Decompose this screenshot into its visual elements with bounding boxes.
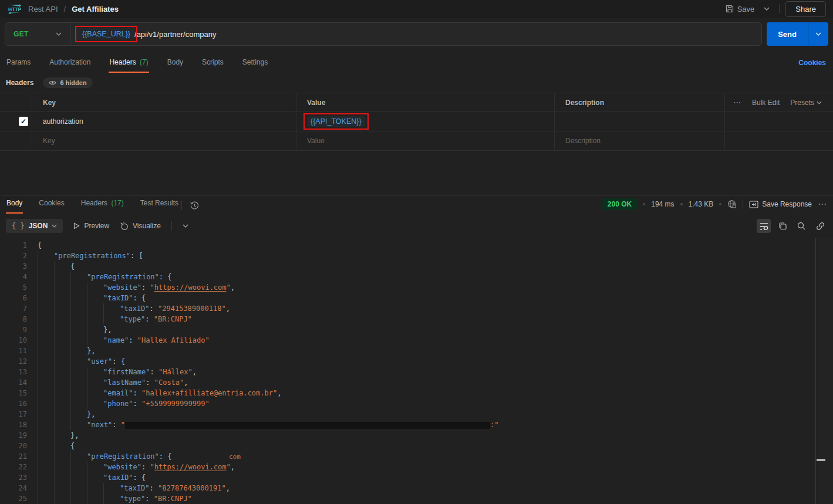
tab-headers[interactable]: Headers (7) xyxy=(109,53,149,73)
bulk-edit-button[interactable]: Bulk Edit xyxy=(752,99,780,107)
response-tab-extras xyxy=(181,201,199,214)
indent-guide xyxy=(38,377,54,388)
wrap-text-icon[interactable] xyxy=(757,219,771,233)
line-number: 15 xyxy=(0,388,27,398)
response-size[interactable]: 1.43 KB xyxy=(689,200,714,208)
response-tab-headers[interactable]: Headers (17) xyxy=(80,194,124,214)
base-url-variable[interactable]: {{BASE_URL}} xyxy=(79,29,134,39)
hidden-headers-label: 6 hidden xyxy=(60,79,86,86)
save-label: Save xyxy=(737,5,755,13)
indent-guide xyxy=(38,335,54,346)
panel-gap xyxy=(0,151,833,195)
indent-guide xyxy=(38,356,54,367)
row-select-cell xyxy=(0,131,32,151)
save-options-chevron[interactable] xyxy=(760,6,773,12)
header-key-cell[interactable]: authorization xyxy=(32,112,296,131)
indent-guide xyxy=(54,441,70,451)
response-more-options-icon[interactable]: ⋯ xyxy=(818,199,827,209)
chevron-down-icon xyxy=(56,32,62,36)
indent-guide xyxy=(70,483,87,493)
value-input-placeholder[interactable]: Value xyxy=(296,131,555,151)
hidden-headers-toggle[interactable]: 6 hidden xyxy=(43,77,92,88)
response-tab-cookies[interactable]: Cookies xyxy=(38,194,65,214)
method-select[interactable]: GET xyxy=(5,30,70,38)
method-label: GET xyxy=(14,30,29,38)
tab-scripts[interactable]: Scripts xyxy=(201,53,224,73)
column-options-icon[interactable]: ⋯ xyxy=(733,98,741,107)
svg-text:HTTP: HTTP xyxy=(8,6,22,12)
indent-guide xyxy=(38,293,54,303)
tab-params[interactable]: Params xyxy=(6,53,31,73)
share-button[interactable]: Share xyxy=(785,1,826,17)
chevron-down-icon[interactable] xyxy=(183,224,188,228)
api-token-variable[interactable]: {{API_TOKEN}} xyxy=(307,116,365,127)
save-button[interactable]: Save xyxy=(726,5,755,13)
indent-guide xyxy=(70,346,87,356)
save-response-icon xyxy=(749,201,758,208)
network-info-icon[interactable] xyxy=(727,199,737,209)
indent-guide xyxy=(38,346,54,356)
presets-dropdown[interactable]: Presets xyxy=(790,99,822,107)
line-number: 7 xyxy=(0,303,27,314)
search-icon[interactable] xyxy=(794,219,808,233)
eye-icon xyxy=(49,80,56,86)
row-checkbox-checked[interactable]: ✓ xyxy=(19,117,28,126)
line-number: 9 xyxy=(0,324,27,335)
code-line: 22"website": "https://woovi.com", xyxy=(0,462,833,472)
url-input[interactable]: {{BASE_URL}} /api/v1/partner/company xyxy=(70,29,216,39)
line-number: 23 xyxy=(0,472,27,483)
code-line: 9}, xyxy=(0,324,833,335)
key-input-placeholder[interactable]: Key xyxy=(32,131,296,151)
floppy-save-icon xyxy=(726,5,734,13)
indent-guide xyxy=(38,472,54,483)
indent-guide xyxy=(54,356,70,367)
http-request-icon: HTTP xyxy=(7,4,22,14)
header-value-cell[interactable]: {{API_TOKEN}} xyxy=(296,112,555,131)
history-icon[interactable] xyxy=(190,201,199,210)
request-tabs: ParamsAuthorizationHeaders (7)BodyScript… xyxy=(0,50,833,73)
response-tab-body[interactable]: Body xyxy=(6,194,23,214)
code-line: 24"taxID": "82787643000191", xyxy=(0,483,833,493)
breadcrumb-parent[interactable]: Rest API xyxy=(28,5,58,13)
indent-guide xyxy=(87,388,103,398)
copy-icon[interactable] xyxy=(775,219,790,233)
save-response-button[interactable]: Save Response xyxy=(749,200,812,208)
tab-authorization[interactable]: Authorization xyxy=(49,53,91,73)
response-body-json[interactable]: 1{2"preRegistrations": [3{4"preRegistrat… xyxy=(0,238,833,504)
header-description-cell[interactable] xyxy=(555,112,725,131)
code-line: 19}, xyxy=(0,430,833,441)
indent-guide xyxy=(54,367,70,377)
status-badge[interactable]: 200 OK xyxy=(602,198,637,210)
indent-guide xyxy=(54,493,70,504)
description-input-placeholder[interactable]: Description xyxy=(555,131,725,151)
indent-guide xyxy=(103,314,120,324)
indent-guide xyxy=(70,356,87,367)
tab-body[interactable]: Body xyxy=(167,53,184,73)
response-time[interactable]: 194 ms xyxy=(651,200,674,208)
cookies-link[interactable]: Cookies xyxy=(798,59,826,67)
code-scrollbar-handle[interactable] xyxy=(817,459,825,461)
line-number: 16 xyxy=(0,398,27,409)
presets-label: Presets xyxy=(790,99,814,107)
indent-guide xyxy=(70,324,87,335)
format-select[interactable]: { } JSON xyxy=(6,219,63,233)
response-tab-test-results[interactable]: Test Results xyxy=(140,194,179,214)
topbar-actions: Save Share xyxy=(726,1,826,17)
code-scrollbar-track[interactable] xyxy=(815,238,833,504)
send-options-button[interactable] xyxy=(808,22,828,46)
link-icon[interactable] xyxy=(813,219,827,233)
indent-guide xyxy=(87,472,103,483)
line-number: 6 xyxy=(0,293,27,303)
indent-guide xyxy=(70,420,87,430)
response-tabs-divider xyxy=(181,201,182,210)
preview-button[interactable]: Preview xyxy=(73,222,109,230)
response-meta: 200 OK 194 ms 1.43 KB Save Response ⋯ xyxy=(602,198,827,214)
indent-guide xyxy=(54,314,70,324)
send-button[interactable]: Send xyxy=(767,22,808,46)
code-line: 14"lastName": "Costa", xyxy=(0,377,833,388)
indent-guide xyxy=(70,272,87,282)
line-number: 13 xyxy=(0,367,27,377)
visualize-button[interactable]: Visualize xyxy=(120,222,161,231)
line-number: 22 xyxy=(0,462,27,472)
tab-settings[interactable]: Settings xyxy=(242,53,268,73)
